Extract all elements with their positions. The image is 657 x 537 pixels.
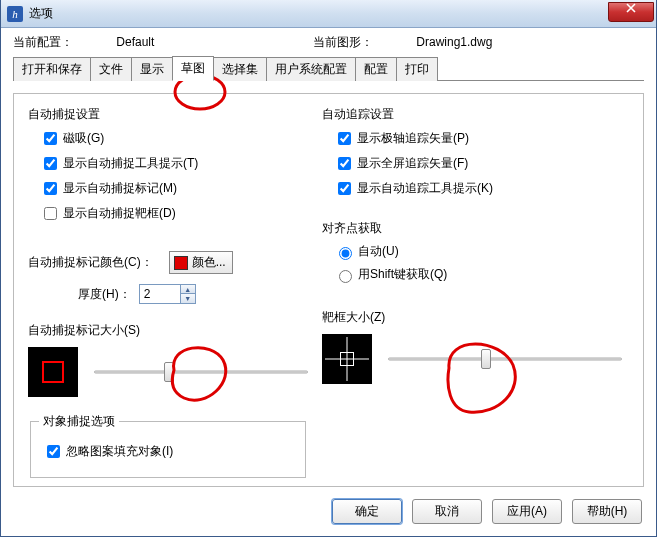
tab-4[interactable]: 选择集 — [213, 57, 267, 81]
polar-vector-label: 显示极轴追踪矢量(P) — [357, 130, 469, 147]
dialog-footer: 确定 取消 应用(A) 帮助(H) — [332, 499, 642, 524]
current-profile-label: 当前配置： — [13, 34, 73, 51]
tab-pane-drafting: 自动捕捉设置 磁吸(G) 显示自动捕捉工具提示(T) 显示自动捕捉标记(M) 显… — [13, 93, 644, 487]
current-drawing-value: Drawing1.dwg — [376, 35, 492, 49]
app-icon: h — [7, 6, 23, 22]
options-dialog: h 选项 当前配置： Default 当前图形： Drawing1.dwg 打开… — [0, 0, 657, 537]
align-shift-label: 用Shift键获取(Q) — [358, 266, 447, 283]
marker-color-label: 自动捕捉标记颜色(C)： — [28, 254, 153, 271]
fullscreen-vector-label: 显示全屏追踪矢量(F) — [357, 155, 468, 172]
apply-button[interactable]: 应用(A) — [492, 499, 562, 524]
aperture-size-label: 靶框大小(Z) — [322, 309, 622, 326]
osnap-options-legend: 对象捕捉选项 — [39, 413, 119, 430]
tab-2[interactable]: 显示 — [131, 57, 173, 81]
autotrack-group-label: 自动追踪设置 — [322, 106, 622, 123]
osnap-options-group: 对象捕捉选项 忽略图案填充对象(I) — [30, 413, 306, 478]
color-button-label: 颜色... — [192, 254, 226, 271]
track-tooltip-label: 显示自动追踪工具提示(K) — [357, 180, 493, 197]
fullscreen-vector-checkbox[interactable] — [338, 157, 351, 170]
thickness-input[interactable] — [140, 285, 180, 303]
marker-size-slider[interactable] — [94, 362, 308, 382]
header-row: 当前配置： Default 当前图形： Drawing1.dwg — [1, 28, 656, 53]
current-profile-value: Default — [76, 35, 154, 49]
autosnap-group-label: 自动捕捉设置 — [28, 106, 308, 123]
tab-3[interactable]: 草图 — [172, 56, 214, 81]
help-button[interactable]: 帮助(H) — [572, 499, 642, 524]
thickness-spinner[interactable]: ▲ ▼ — [139, 284, 196, 304]
thickness-spin-down[interactable]: ▼ — [180, 294, 195, 303]
cancel-button[interactable]: 取消 — [412, 499, 482, 524]
tab-5[interactable]: 用户系统配置 — [266, 57, 356, 81]
close-button[interactable] — [608, 2, 654, 22]
magnet-label: 磁吸(G) — [63, 130, 104, 147]
slider-thumb[interactable] — [481, 349, 491, 369]
aperture-size-slider[interactable] — [388, 349, 622, 369]
current-drawing-label: 当前图形： — [313, 34, 373, 51]
snap-tooltip-checkbox[interactable] — [44, 157, 57, 170]
polar-vector-checkbox[interactable] — [338, 132, 351, 145]
titlebar: h 选项 — [1, 0, 656, 28]
tab-1[interactable]: 文件 — [90, 57, 132, 81]
aperture-size-preview — [322, 334, 372, 384]
align-auto-label: 自动(U) — [358, 243, 399, 260]
snap-tooltip-label: 显示自动捕捉工具提示(T) — [63, 155, 198, 172]
snap-aperture-checkbox[interactable] — [44, 207, 57, 220]
align-point-group-label: 对齐点获取 — [322, 220, 622, 237]
color-swatch-icon — [174, 256, 188, 270]
snap-marker-checkbox[interactable] — [44, 182, 57, 195]
window-title: 选项 — [29, 5, 53, 22]
magnet-checkbox[interactable] — [44, 132, 57, 145]
ok-button[interactable]: 确定 — [332, 499, 402, 524]
tab-7[interactable]: 打印 — [396, 57, 438, 81]
tab-0[interactable]: 打开和保存 — [13, 57, 91, 81]
marker-color-button[interactable]: 颜色... — [169, 251, 233, 274]
tab-strip: 打开和保存文件显示草图选择集用户系统配置配置打印 — [13, 57, 644, 81]
snap-aperture-label: 显示自动捕捉靶框(D) — [63, 205, 176, 222]
tab-6[interactable]: 配置 — [355, 57, 397, 81]
snap-marker-label: 显示自动捕捉标记(M) — [63, 180, 177, 197]
thickness-spin-up[interactable]: ▲ — [180, 285, 195, 294]
align-auto-radio[interactable] — [339, 247, 352, 260]
ignore-hatch-label: 忽略图案填充对象(I) — [66, 443, 173, 460]
align-shift-radio[interactable] — [339, 270, 352, 283]
thickness-label: 厚度(H)： — [78, 286, 131, 303]
marker-size-label: 自动捕捉标记大小(S) — [28, 322, 308, 339]
close-icon — [626, 3, 636, 13]
ignore-hatch-checkbox[interactable] — [47, 445, 60, 458]
slider-thumb[interactable] — [164, 362, 174, 382]
marker-size-preview — [28, 347, 78, 397]
track-tooltip-checkbox[interactable] — [338, 182, 351, 195]
